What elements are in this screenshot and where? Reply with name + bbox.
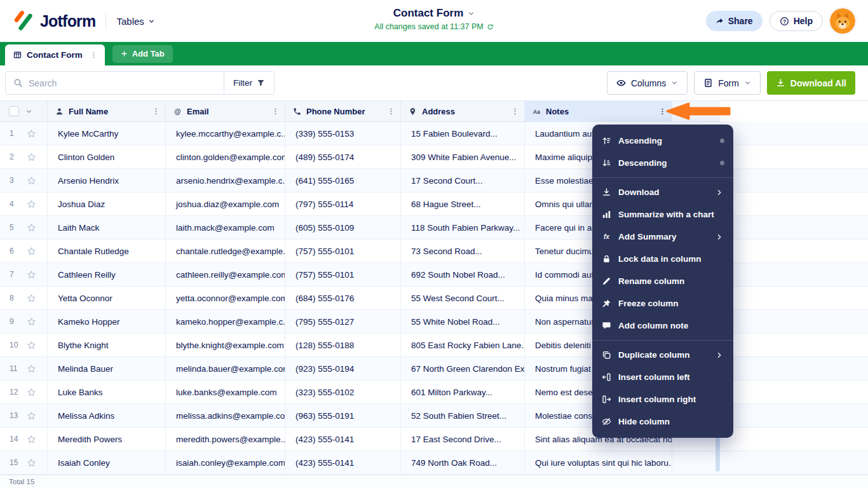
table-row[interactable]: 2 Clinton Goldenclinton.golden@example.c… bbox=[0, 146, 868, 169]
cell-email[interactable]: melinda.bauer@example.com bbox=[166, 357, 285, 380]
star-icon[interactable] bbox=[27, 247, 36, 256]
star-icon[interactable] bbox=[27, 411, 36, 421]
menu-item-descending[interactable]: Descending bbox=[592, 152, 733, 174]
cell-email[interactable]: cathleen.reilly@example.com bbox=[166, 263, 285, 286]
cell-email[interactable]: kameko.hopper@example.c... bbox=[166, 310, 285, 333]
cell-email[interactable]: chantale.rutledge@example.... bbox=[166, 240, 285, 262]
column-menu-button[interactable] bbox=[387, 107, 395, 116]
cell-address[interactable]: 805 East Rocky Fabien Lane... bbox=[401, 334, 525, 356]
cell-full-name[interactable]: Melissa Adkins bbox=[48, 404, 166, 427]
cell-email[interactable]: blythe.knight@example.com bbox=[166, 334, 285, 356]
cell-address[interactable]: 749 North Oak Road... bbox=[401, 451, 525, 474]
table-row[interactable]: 3 Arsenio Hendrixarsenio.hendrix@example… bbox=[0, 169, 868, 193]
table-row[interactable]: 9 Kameko Hopperkameko.hopper@example.c..… bbox=[0, 310, 868, 334]
select-all-checkbox[interactable] bbox=[9, 106, 19, 116]
cell-email[interactable]: clinton.golden@example.com bbox=[166, 146, 285, 168]
menu-item-add-summary[interactable]: fx Add Summary bbox=[592, 226, 733, 248]
cell-phone[interactable]: (605) 555-0109 bbox=[285, 216, 401, 239]
cell-full-name[interactable]: Yetta Oconnor bbox=[48, 287, 166, 309]
menu-item-summarize-with-a-chart[interactable]: Summarize with a chart bbox=[592, 203, 733, 226]
menu-item-add-column-note[interactable]: Add column note bbox=[592, 315, 733, 337]
cell-address[interactable]: 52 South Fabien Street... bbox=[401, 404, 525, 427]
cell-full-name[interactable]: Chantale Rutledge bbox=[48, 240, 166, 262]
chevron-down-icon[interactable] bbox=[468, 10, 475, 17]
cell-address[interactable]: 118 South Fabien Parkway... bbox=[401, 216, 525, 239]
table-row[interactable]: 11 Melinda Bauermelinda.bauer@example.co… bbox=[0, 357, 868, 381]
star-icon[interactable] bbox=[27, 200, 36, 209]
cell-phone[interactable]: (128) 555-0188 bbox=[285, 334, 401, 356]
table-row[interactable]: 6 Chantale Rutledgechantale.rutledge@exa… bbox=[0, 240, 868, 263]
cell-address[interactable]: 55 White Nobel Road... bbox=[401, 310, 525, 333]
cell-email[interactable]: arsenio.hendrix@example.c... bbox=[166, 169, 285, 192]
cell-phone[interactable]: (323) 555-0102 bbox=[285, 381, 401, 403]
cell-email[interactable]: meredith.powers@example.... bbox=[166, 428, 285, 451]
cell-address[interactable]: 73 Second Road... bbox=[401, 240, 525, 262]
star-icon[interactable] bbox=[27, 317, 36, 327]
menu-item-insert-column-left[interactable]: Insert column left bbox=[592, 366, 733, 388]
tab-menu-button[interactable] bbox=[88, 50, 100, 60]
table-row[interactable]: 8 Yetta Oconnoryetta.oconnor@example.com… bbox=[0, 287, 868, 310]
cell-phone[interactable]: (757) 555-0101 bbox=[285, 240, 401, 262]
cell-address[interactable]: 692 South Nobel Road... bbox=[401, 263, 525, 286]
cell-phone[interactable]: (423) 555-0141 bbox=[285, 451, 401, 474]
cell-address[interactable]: 17 Second Court... bbox=[401, 169, 525, 192]
star-icon[interactable] bbox=[27, 341, 36, 350]
menu-item-freeze-column[interactable]: Freeze column bbox=[592, 292, 733, 315]
cell-address[interactable]: 17 East Second Drive... bbox=[401, 428, 525, 451]
star-icon[interactable] bbox=[27, 364, 36, 374]
cell-email[interactable]: yetta.oconnor@example.com bbox=[166, 287, 285, 309]
cell-phone[interactable]: (757) 555-0101 bbox=[285, 263, 401, 286]
menu-item-hide-column[interactable]: Hide column bbox=[592, 410, 733, 433]
table-row[interactable]: 7 Cathleen Reillycathleen.reilly@example… bbox=[0, 263, 868, 287]
star-icon[interactable] bbox=[27, 435, 36, 444]
tab-contact-form[interactable]: Contact Form bbox=[5, 44, 105, 65]
cell-address[interactable]: 15 Fabien Boulevard... bbox=[401, 122, 525, 145]
cell-full-name[interactable]: Kylee McCarthy bbox=[48, 122, 166, 145]
cell-full-name[interactable]: Blythe Knight bbox=[48, 334, 166, 356]
columns-button[interactable]: Columns bbox=[607, 71, 688, 95]
cell-email[interactable]: melissa.adkins@example.com bbox=[166, 404, 285, 427]
column-header-phone-number[interactable]: Phone Number bbox=[285, 101, 401, 122]
column-header-notes[interactable]: Aa Notes bbox=[525, 101, 672, 122]
cell-full-name[interactable]: Meredith Powers bbox=[48, 428, 166, 451]
cell-email[interactable]: laith.mack@example.com bbox=[166, 216, 285, 239]
star-icon[interactable] bbox=[27, 458, 36, 468]
star-icon[interactable] bbox=[27, 176, 36, 186]
cell-phone[interactable]: (923) 555-0194 bbox=[285, 357, 401, 380]
chevron-down-icon[interactable] bbox=[25, 108, 32, 115]
cell-address[interactable]: 601 Milton Parkway... bbox=[401, 381, 525, 403]
menu-item-download[interactable]: Download bbox=[592, 181, 733, 203]
cell-notes[interactable]: Qui iure voluptas sint qui hic laboru... bbox=[525, 451, 672, 474]
cell-full-name[interactable]: Arsenio Hendrix bbox=[48, 169, 166, 192]
table-row[interactable]: 15 Isaiah Conleyisaiah.conley@example.co… bbox=[0, 451, 868, 475]
star-icon[interactable] bbox=[27, 294, 36, 303]
cell-phone[interactable]: (684) 555-0176 bbox=[285, 287, 401, 309]
menu-item-rename-column[interactable]: Rename column bbox=[592, 270, 733, 292]
cell-address[interactable]: 309 White Fabien Avenue... bbox=[401, 146, 525, 168]
cell-full-name[interactable]: Isaiah Conley bbox=[48, 451, 166, 474]
cell-full-name[interactable]: Kameko Hopper bbox=[48, 310, 166, 333]
star-icon[interactable] bbox=[27, 223, 36, 233]
cell-address[interactable]: 68 Hague Street... bbox=[401, 193, 525, 215]
download-all-button[interactable]: Download All bbox=[767, 71, 855, 95]
table-row[interactable]: 12 Luke Banksluke.banks@example.com(323)… bbox=[0, 381, 868, 404]
cell-full-name[interactable]: Laith Mack bbox=[48, 216, 166, 239]
table-row[interactable]: 4 Joshua Diazjoshua.diaz@example.com(797… bbox=[0, 193, 868, 216]
menu-item-insert-column-right[interactable]: Insert column right bbox=[592, 388, 733, 410]
menu-item-ascending[interactable]: Ascending bbox=[592, 130, 733, 152]
cell-email[interactable]: luke.banks@example.com bbox=[166, 381, 285, 403]
cell-address[interactable]: 55 West Second Court... bbox=[401, 287, 525, 309]
column-menu-button[interactable] bbox=[152, 107, 160, 116]
table-row[interactable]: 1 Kylee McCarthykylee.mccarthy@example.c… bbox=[0, 122, 868, 146]
column-menu-button[interactable] bbox=[511, 107, 519, 116]
search-input[interactable] bbox=[29, 78, 216, 88]
star-icon[interactable] bbox=[27, 270, 36, 280]
cell-phone[interactable]: (489) 555-0174 bbox=[285, 146, 401, 168]
column-menu-button[interactable] bbox=[658, 107, 667, 116]
cell-phone[interactable]: (641) 555-0165 bbox=[285, 169, 401, 192]
cell-phone[interactable]: (423) 555-0141 bbox=[285, 428, 401, 451]
column-header-address[interactable]: Address bbox=[401, 101, 525, 122]
cell-full-name[interactable]: Joshua Diaz bbox=[48, 193, 166, 215]
form-button[interactable]: Form bbox=[694, 71, 761, 95]
cell-full-name[interactable]: Clinton Golden bbox=[48, 146, 166, 168]
